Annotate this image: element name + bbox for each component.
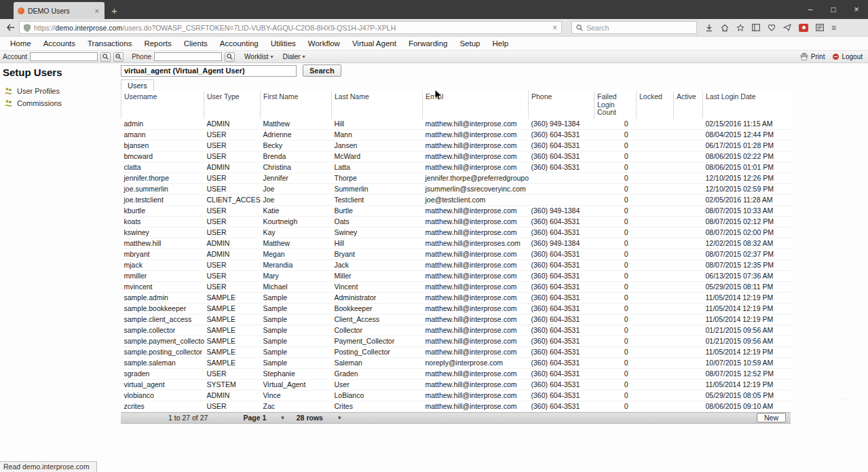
column-header[interactable]: Locked: [637, 91, 674, 119]
cell-failed-login-count: 0: [595, 173, 637, 183]
reading-list-icon[interactable]: [816, 24, 824, 31]
cell-username: vlobianco: [121, 390, 204, 401]
browser-search-field[interactable]: Search: [571, 21, 697, 34]
table-row[interactable]: bmcward USER Brenda McWard matthew.hill@…: [121, 151, 791, 162]
menu-item[interactable]: Virtual Agent: [346, 39, 402, 48]
page-dropdown-icon[interactable]: ▾: [281, 414, 284, 421]
column-header[interactable]: Last Login Date: [703, 91, 791, 119]
menu-icon[interactable]: ≡: [831, 23, 836, 33]
table-row[interactable]: bjansen USER Becky Jansen matthew.hill@i…: [121, 140, 791, 151]
table-row[interactable]: sample.saleman SAMPLE Sample Saleman nor…: [121, 357, 791, 368]
menu-item[interactable]: Clients: [178, 39, 214, 48]
dialer-dropdown[interactable]: Dialer▾: [282, 53, 305, 60]
cell-active: [674, 140, 703, 151]
window-maximize-button[interactable]: □: [822, 0, 845, 19]
cell-active: [674, 368, 703, 379]
user-search-input[interactable]: [121, 65, 297, 77]
table-row[interactable]: sample.collector SAMPLE Sample Collector…: [121, 325, 791, 335]
table-row[interactable]: matthew.hill ADMIN Matthew Hill matthew.…: [121, 238, 791, 249]
column-header[interactable]: Failed Login Count: [595, 91, 637, 119]
cell-last-name: Posting_Collector: [332, 346, 423, 357]
rows-dropdown-icon[interactable]: ▾: [338, 414, 341, 421]
screenshot-icon[interactable]: [799, 24, 808, 32]
url-clear-icon[interactable]: ×: [552, 23, 557, 33]
account-search-button[interactable]: [100, 52, 111, 62]
heart-icon[interactable]: [768, 24, 776, 31]
menu-item[interactable]: Accounting: [214, 39, 265, 48]
share-icon[interactable]: [783, 24, 791, 31]
site-shield-icon: [24, 24, 31, 32]
bookmark-star-icon[interactable]: [736, 24, 744, 32]
table-row[interactable]: sample.client_access SAMPLE Sample Clien…: [121, 314, 791, 325]
account-lookup-button[interactable]: [113, 52, 124, 62]
column-header[interactable]: Last Name: [332, 91, 423, 119]
table-row[interactable]: virtual_agent SYSTEM Virtual_Agent User …: [121, 379, 791, 390]
table-row[interactable]: sample.bookkeeper SAMPLE Sample Bookkeep…: [121, 303, 791, 314]
table-row[interactable]: sgraden USER Stephanie Graden matthew.hi…: [121, 368, 791, 379]
table-row[interactable]: kswiney USER Kay Swiney matthew.hill@int…: [121, 227, 791, 238]
rows-selector[interactable]: 28 rows▾: [297, 414, 341, 422]
table-row[interactable]: kburtle USER Katie Burtle matthew.hill@i…: [121, 205, 791, 216]
table-row[interactable]: koats USER Kourtneigh Oats matthew.hill@…: [121, 216, 791, 227]
logout-button[interactable]: Logout: [833, 53, 863, 60]
table-row[interactable]: sample.admin SAMPLE Sample Administrator…: [121, 292, 791, 303]
table-row[interactable]: sample.posting_collector SAMPLE Sample P…: [121, 346, 791, 357]
new-tab-button[interactable]: +: [111, 5, 117, 16]
window-close-button[interactable]: ×: [845, 0, 868, 19]
table-row[interactable]: clatta ADMIN Christina Latta matthew.hil…: [121, 162, 791, 173]
phone-search-button[interactable]: [225, 52, 235, 62]
cell-username: sample.payment_collector: [121, 335, 204, 346]
menu-item[interactable]: Utilities: [265, 39, 302, 48]
column-header[interactable]: User Type: [204, 91, 261, 119]
new-user-button[interactable]: New: [757, 413, 786, 422]
table-row[interactable]: joe.testclient CLIENT_ACCESS Joe Testcli…: [121, 194, 791, 205]
table-row[interactable]: mbryant ADMIN Megan Bryant matthew.hill@…: [121, 249, 791, 259]
sidebar-item[interactable]: User Profiles: [0, 85, 121, 97]
menu-item[interactable]: Setup: [453, 39, 486, 48]
table-row[interactable]: joe.summerlin USER Joe Summerlin jsummer…: [121, 183, 791, 194]
cell-last-name: Vincent: [332, 281, 423, 292]
table-row[interactable]: mjack USER Merandia Jack matthew.hill@in…: [121, 259, 791, 270]
worklist-dropdown[interactable]: Worklist▾: [244, 53, 273, 60]
table-row[interactable]: mmiller USER Mary Miller matthew.hill@in…: [121, 270, 791, 281]
column-header[interactable]: Email: [423, 91, 529, 119]
table-row[interactable]: jennifer.thorpe USER Jennifer Thorpe jen…: [121, 173, 791, 183]
table-row[interactable]: sample.payment_collector SAMPLE Sample P…: [121, 335, 791, 346]
menu-item[interactable]: Accounts: [37, 39, 81, 48]
home-icon[interactable]: [721, 24, 729, 32]
column-header[interactable]: Phone: [529, 91, 595, 119]
url-field[interactable]: https://demo.interprose.com/users.do?OWA…: [19, 21, 562, 34]
panels-icon[interactable]: [752, 24, 760, 31]
window-minimize-button[interactable]: –: [799, 0, 822, 19]
browser-tab[interactable]: DEMO Users ×: [14, 2, 105, 19]
menu-item[interactable]: Workflow: [302, 39, 346, 48]
column-header[interactable]: Active: [674, 91, 703, 119]
menu-item[interactable]: Reports: [138, 39, 177, 48]
search-button[interactable]: Search: [303, 65, 341, 77]
page-selector[interactable]: Page 1▾: [243, 414, 284, 422]
cell-username: zcrites: [121, 401, 204, 412]
menu-item[interactable]: Help: [487, 39, 515, 48]
download-icon[interactable]: [705, 24, 713, 32]
table-row[interactable]: mvincent USER Michael Vincent matthew.hi…: [121, 281, 791, 292]
account-input[interactable]: [30, 52, 98, 61]
cell-username: sample.collector: [121, 325, 204, 335]
menu-item[interactable]: Transactions: [81, 39, 138, 48]
cell-failed-login-count: 0: [595, 270, 637, 281]
cell-last-name: Thorpe: [332, 173, 423, 183]
column-header[interactable]: First Name: [261, 91, 332, 119]
column-header[interactable]: Username: [121, 91, 204, 119]
sidebar-item[interactable]: Commissions: [0, 97, 121, 109]
phone-input[interactable]: [154, 52, 222, 61]
table-row[interactable]: vlobianco ADMIN Vince LoBianco matthew.h…: [121, 390, 791, 401]
cell-locked: [637, 194, 674, 205]
table-row[interactable]: admin ADMIN Matthew Hill matthew.hill@in…: [121, 119, 791, 130]
tab-close-icon[interactable]: ×: [94, 7, 100, 15]
print-button[interactable]: Print: [800, 53, 825, 60]
back-icon[interactable]: [4, 24, 16, 31]
menu-item[interactable]: Home: [4, 39, 37, 48]
menu-item[interactable]: Forwarding: [402, 39, 454, 48]
table-row[interactable]: zcrites USER Zac Crites matthew.hill@int…: [121, 401, 791, 412]
tab-users[interactable]: Users: [121, 79, 154, 90]
table-row[interactable]: amann USER Adrienne Mann matthew.hill@in…: [121, 129, 791, 140]
